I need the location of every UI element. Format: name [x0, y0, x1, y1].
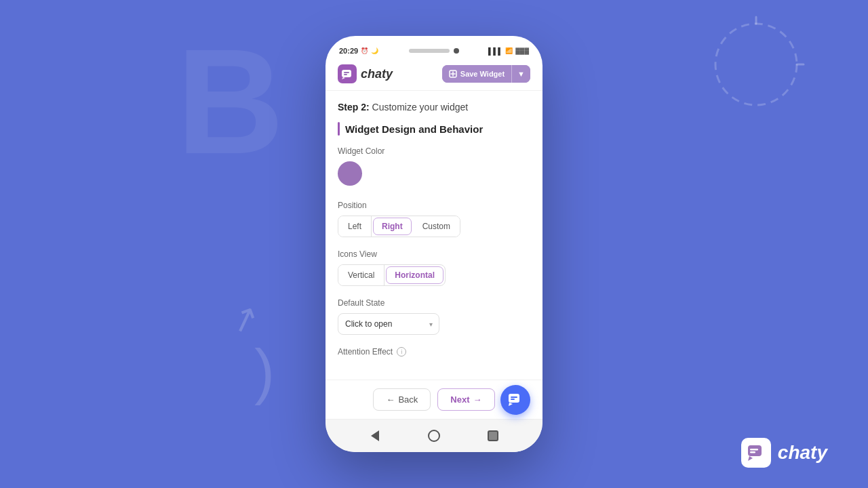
wifi-icon: 📶: [505, 47, 513, 54]
moon-icon: 🌙: [371, 47, 378, 54]
corner-chat-icon: [741, 438, 771, 468]
camera-dot: [454, 48, 459, 54]
battery-icon: ▓▓▓: [515, 47, 529, 54]
default-state-label: Default State: [338, 298, 530, 308]
svg-rect-8: [511, 396, 517, 398]
back-label: Back: [398, 394, 418, 405]
corner-brand-name: chaty: [778, 442, 827, 464]
svg-rect-11: [750, 449, 758, 451]
android-nav: [326, 419, 542, 452]
step-description: Customize your widget: [372, 102, 469, 113]
svg-rect-10: [748, 445, 762, 456]
section-title: Widget Design and Behavior: [345, 123, 483, 135]
back-button[interactable]: ← Back: [373, 388, 431, 411]
icons-horizontal-button[interactable]: Horizontal: [386, 266, 443, 284]
time-display: 20:29: [339, 47, 358, 55]
signal-icon: ▌▌▌: [488, 47, 502, 55]
nav-recents-button[interactable]: [484, 426, 502, 445]
nav-home-button[interactable]: [425, 426, 443, 445]
attention-effect-group: Attention Effect i: [338, 347, 530, 357]
svg-point-0: [715, 24, 797, 105]
svg-rect-7: [509, 394, 519, 403]
bottom-nav: ← Back Next →: [326, 380, 542, 419]
icons-view-label: Icons View: [338, 249, 530, 259]
nav-back-button[interactable]: [366, 426, 384, 445]
phone-frame: 20:29 ⏰ 🌙 ▌▌▌ 📶 ▓▓▓ chaty: [326, 36, 542, 452]
default-state-wrapper: Click to open Always open Always closed …: [338, 313, 439, 335]
attention-info-icon[interactable]: i: [397, 347, 406, 357]
position-group: Position Left Right Custom: [338, 201, 530, 237]
default-state-group: Default State Click to open Always open …: [338, 298, 530, 335]
fab-chat-button[interactable]: [500, 385, 530, 415]
next-arrow-icon: →: [473, 394, 482, 405]
logo-name: chaty: [361, 67, 393, 81]
position-right-button[interactable]: Right: [373, 218, 412, 235]
section-header: Widget Design and Behavior: [338, 122, 530, 136]
next-button[interactable]: Next →: [437, 388, 494, 411]
default-state-select[interactable]: Click to open Always open Always closed: [338, 313, 439, 335]
logo-icon: [338, 64, 357, 83]
status-bar: 20:29 ⏰ 🌙 ▌▌▌ 📶 ▓▓▓: [326, 44, 542, 58]
back-arrow-icon: ←: [386, 394, 395, 405]
content-area: Step 2: Customize your widget Widget Des…: [326, 91, 542, 380]
svg-rect-4: [344, 72, 349, 73]
position-toggle-group: Left Right Custom: [338, 216, 460, 237]
attention-effect-label: Attention Effect: [338, 347, 393, 357]
save-dropdown-arrow: ▼: [517, 70, 525, 78]
logo-area: chaty: [338, 64, 393, 83]
position-left-button[interactable]: Left: [338, 216, 372, 237]
attention-row: Attention Effect i: [338, 347, 530, 357]
icons-view-group: Icons View Vertical Horizontal: [338, 249, 530, 286]
widget-color-label: Widget Color: [338, 146, 530, 156]
pill-indicator: [409, 49, 450, 53]
next-label: Next: [450, 394, 469, 405]
section-accent: [338, 122, 340, 136]
svg-rect-3: [342, 70, 351, 77]
step-title: Step 2: Customize your widget: [338, 102, 530, 113]
color-swatch-button[interactable]: [338, 161, 362, 186]
svg-rect-5: [344, 74, 347, 75]
corner-branding: chaty: [741, 438, 827, 468]
svg-rect-9: [511, 399, 515, 400]
app-header: chaty Save Widget ▼: [326, 58, 542, 91]
icons-view-toggle-group: Vertical Horizontal: [338, 264, 446, 286]
step-label: Step 2:: [338, 102, 370, 113]
save-widget-label: Save Widget: [460, 70, 505, 78]
widget-color-group: Widget Color: [338, 146, 530, 188]
save-widget-button[interactable]: Save Widget ▼: [442, 65, 530, 83]
position-label: Position: [338, 201, 530, 210]
position-custom-button[interactable]: Custom: [413, 216, 460, 237]
svg-rect-12: [750, 451, 755, 453]
alarm-icon: ⏰: [361, 47, 368, 54]
icons-vertical-button[interactable]: Vertical: [338, 265, 384, 285]
